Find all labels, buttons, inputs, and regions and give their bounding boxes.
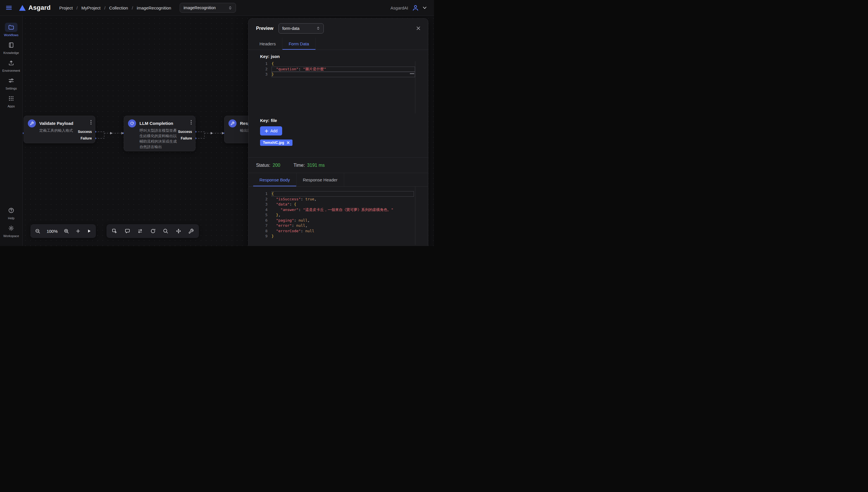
node-menu-button[interactable]	[191, 120, 192, 125]
run-button[interactable]	[87, 229, 91, 233]
file-chip-label: TwmxhIC.jpg	[263, 141, 284, 145]
sidebar-item-label: Workspace	[3, 234, 19, 238]
node-title: LLM Completion	[140, 119, 191, 127]
user-menu-chevron-button[interactable]	[423, 7, 426, 9]
time-badge: Time: 3191 ms	[294, 163, 325, 168]
fit-view-button[interactable]	[176, 228, 181, 234]
search-button[interactable]	[163, 228, 169, 234]
chip-close-icon[interactable]	[287, 141, 290, 144]
port-success: Success	[78, 130, 92, 134]
menu-button[interactable]	[5, 4, 13, 11]
plus-icon	[265, 129, 268, 133]
swap-arrows-icon	[137, 228, 143, 234]
zoom-in-button[interactable]	[64, 228, 69, 234]
preview-panel: Preview form-data Headers Form Data Key:…	[248, 18, 428, 246]
breadcrumb-separator: /	[104, 5, 105, 10]
key-file-label: Key:file	[260, 118, 415, 123]
close-icon	[416, 26, 421, 30]
breadcrumb-item-workflow[interactable]: imageRecognition	[137, 5, 171, 10]
preview-mode-select[interactable]: form-data	[278, 23, 324, 33]
sidebar-item-settings[interactable]: Settings	[0, 76, 22, 90]
code-line: 6 "paging": null,	[260, 218, 414, 223]
logo-text: Asgard	[28, 4, 51, 11]
tools-button[interactable]	[188, 228, 194, 234]
add-node-icon	[111, 228, 117, 234]
close-preview-button[interactable]	[416, 26, 421, 30]
wrench-icon	[28, 119, 36, 127]
port-failure: Failure	[81, 137, 92, 140]
code-line: 8 "errorCode": null	[260, 228, 414, 234]
code-line: 2 "isSuccess": true,	[260, 197, 414, 202]
add-button[interactable]	[75, 228, 81, 233]
key-json-label: Key:json	[260, 54, 415, 59]
sliders-icon	[5, 76, 18, 85]
sidebar-item-knowledge[interactable]: Knowledge	[0, 41, 22, 54]
preview-mode-value: form-data	[282, 26, 299, 31]
port-failure: Failure	[181, 137, 192, 140]
auto-layout-button[interactable]	[150, 228, 156, 234]
sidebar-item-label: Apps	[7, 104, 15, 108]
swap-connections-button[interactable]	[137, 228, 143, 234]
wrench-icon	[228, 119, 237, 127]
sidebar-item-label: Knowledge	[3, 51, 19, 54]
zoom-out-button[interactable]	[35, 228, 41, 234]
apps-grid-icon	[5, 94, 18, 103]
tab-response-body[interactable]: Response Body	[253, 173, 297, 186]
sidebar-item-workflows[interactable]: Workflows	[0, 23, 22, 37]
user-menu-button[interactable]	[412, 4, 419, 12]
node-validate-payload[interactable]: Validate Payload 定義工具的輸入格式 Success Failu…	[24, 116, 95, 143]
breadcrumb-separator: /	[76, 5, 77, 10]
sidebar-item-help[interactable]: Help	[0, 206, 22, 220]
workflow-select[interactable]: imageRecognition	[180, 3, 236, 13]
book-icon	[5, 41, 18, 50]
comment-button[interactable]	[125, 228, 130, 234]
select-updown-icon	[312, 26, 320, 30]
node-title: Validate Payload	[39, 119, 91, 127]
tab-headers[interactable]: Headers	[253, 38, 282, 50]
breadcrumb-separator: /	[132, 5, 133, 10]
sidebar-item-apps[interactable]: Apps	[0, 94, 22, 108]
status-badge: Status: 200	[256, 163, 280, 168]
breadcrumb-item-project[interactable]: Project	[59, 5, 73, 10]
topbar-right: AsgardAI	[390, 4, 426, 12]
code-line: 1{	[260, 191, 414, 197]
sidebar-item-label: Help	[8, 217, 15, 220]
response-tabbar: Response Body Response Header	[249, 173, 428, 187]
tab-response-header[interactable]: Response Header	[297, 173, 344, 186]
breadcrumb-item-myproject[interactable]: MyProject	[81, 5, 100, 10]
zoom-toolbar: 100%	[30, 224, 96, 238]
breadcrumb: Project / MyProject / Collection / image…	[59, 5, 171, 10]
file-chip[interactable]: TwmxhIC.jpg	[260, 140, 293, 146]
add-node-button[interactable]	[111, 228, 117, 234]
sidebar-item-label: Settings	[5, 87, 17, 90]
sidebar-item-workspace[interactable]: Workspace	[0, 224, 22, 238]
topbar: Asgard Project / MyProject / Collection …	[0, 0, 434, 16]
time-value: 3191 ms	[307, 163, 325, 168]
request-tabbar: Headers Form Data	[249, 38, 428, 50]
node-subtitle: 呼叫大型語言模型並產生結構化的資料輸出以輔助流程的決策或生成自然語言輸出	[140, 128, 180, 150]
sidebar-item-environment[interactable]: Environment	[0, 58, 22, 72]
code-line: 3}	[260, 72, 415, 77]
node-llm-completion[interactable]: LLM Completion 呼叫大型語言模型並產生結構化的資料輸出以輔助流程的…	[124, 116, 196, 151]
code-line: 9}	[260, 233, 414, 239]
preview-header: Preview form-data	[249, 19, 428, 38]
form-json-editor[interactable]: 1{2 "question": "圖片是什麼"3}	[260, 61, 415, 114]
code-line: 1{	[260, 61, 415, 67]
add-file-button[interactable]: Add	[260, 126, 282, 136]
node-menu-button[interactable]	[91, 120, 92, 125]
search-icon	[163, 228, 169, 234]
folder-icon	[5, 23, 18, 32]
code-line: 3 "data": {	[260, 202, 414, 207]
status-value: 200	[273, 163, 280, 168]
node-subtitle: 定義工具的輸入格式	[39, 128, 80, 133]
status-row: Status: 200 Time: 3191 ms	[249, 157, 428, 173]
response-body-editor[interactable]: 1{2 "isSuccess": true,3 "data": {4 "answ…	[260, 187, 415, 245]
tab-form-data[interactable]: Form Data	[282, 38, 316, 50]
workflow-select-value: imageRecognition	[183, 5, 216, 10]
move-fit-icon	[176, 228, 181, 234]
llm-refresh-icon	[128, 119, 136, 127]
breadcrumb-item-collection[interactable]: Collection	[109, 5, 128, 10]
app-window: Asgard Project / MyProject / Collection …	[0, 0, 434, 246]
user-icon	[412, 4, 419, 12]
sidebar-item-label: Workflows	[4, 33, 19, 37]
